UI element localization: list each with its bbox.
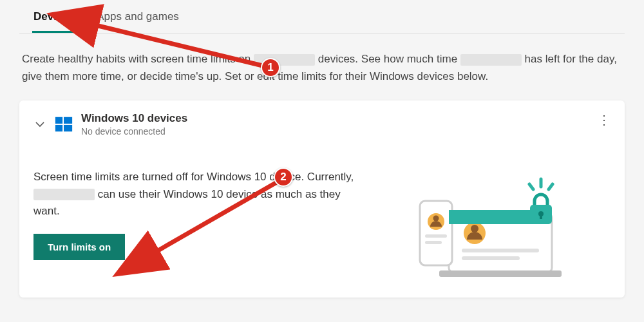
intro-part2: devices. See how much time — [315, 53, 460, 65]
body-part1: Screen time limits are turned off for Wi… — [33, 171, 354, 183]
tab-apps-and-games[interactable]: Apps and games — [95, 10, 180, 33]
svg-rect-9 — [462, 256, 520, 260]
card-body-text: Screen time limits are turned off for Wi… — [33, 169, 368, 220]
svg-rect-1 — [64, 117, 72, 124]
redacted-name — [33, 189, 95, 200]
svg-point-12 — [433, 216, 439, 222]
svg-line-18 — [549, 184, 553, 189]
svg-rect-3 — [64, 125, 72, 131]
svg-rect-21 — [540, 214, 542, 219]
redacted-name — [254, 54, 315, 66]
tab-devices[interactable]: Devices — [32, 10, 76, 33]
devices-illustration — [388, 169, 568, 278]
more-options-icon[interactable]: ⋮ — [598, 113, 611, 126]
svg-rect-2 — [55, 125, 62, 131]
svg-point-7 — [471, 225, 478, 232]
tab-bar: Devices Apps and games — [19, 0, 625, 33]
svg-rect-0 — [55, 117, 62, 124]
card-title: Windows 10 devices — [81, 112, 187, 125]
card-body-left: Screen time limits are turned off for Wi… — [33, 169, 368, 278]
svg-line-17 — [529, 184, 533, 189]
intro-text: Create healthy habits with screen time l… — [22, 50, 622, 85]
chevron-down-icon[interactable] — [33, 119, 46, 129]
intro-part1: Create healthy habits with screen time l… — [22, 53, 254, 65]
card-subtitle: No device connected — [81, 126, 187, 137]
turn-limits-on-button[interactable]: Turn limits on — [33, 234, 125, 260]
windows-logo-icon — [54, 115, 73, 134]
card-header: Windows 10 devices No device connected — [33, 112, 611, 137]
svg-rect-8 — [462, 249, 539, 252]
svg-rect-13 — [425, 234, 447, 238]
svg-rect-5 — [439, 270, 562, 277]
svg-rect-10 — [420, 201, 452, 265]
card-title-block: Windows 10 devices No device connected — [81, 112, 187, 137]
device-card: Windows 10 devices No device connected ⋮… — [19, 100, 625, 298]
svg-rect-14 — [425, 241, 442, 244]
redacted-name — [460, 54, 522, 66]
